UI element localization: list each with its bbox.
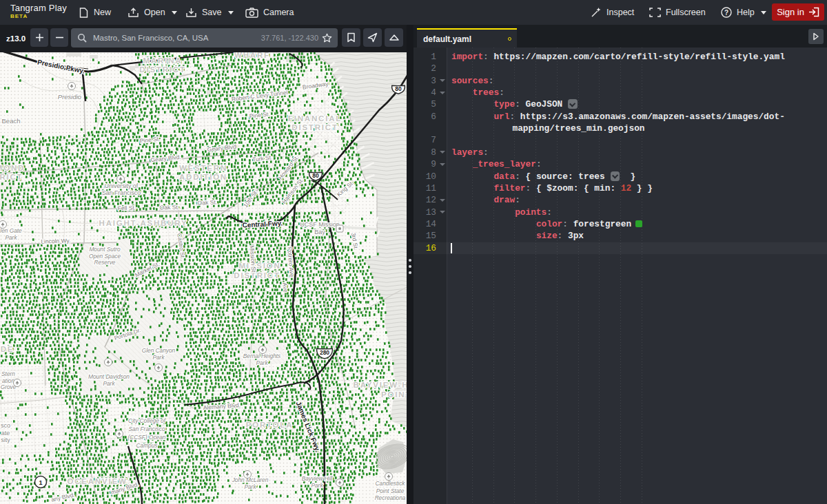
svg-text:Beach: Beach <box>2 117 21 125</box>
svg-text:Oak St.: Oak St. <box>160 204 180 211</box>
svg-text:Park: Park <box>152 354 165 361</box>
svg-text:Ave: Ave <box>281 282 289 293</box>
svg-text:IDE: IDE <box>0 345 14 353</box>
svg-text:MARINA: MARINA <box>143 56 183 65</box>
svg-text:MOND: MOND <box>0 164 25 172</box>
svg-text:DISTRICT: DISTRICT <box>292 123 338 132</box>
svg-text:San Francisco: San Francisco <box>128 426 165 432</box>
svg-text:WHARF: WHARF <box>234 52 270 59</box>
svg-text:Point State: Point State <box>376 487 405 494</box>
svg-text:Fell St.: Fell St. <box>118 204 136 212</box>
svg-text:City College of: City College of <box>128 417 167 424</box>
svg-text:ADDITION: ADDITION <box>179 173 227 181</box>
svg-text:Lincoln Wy.: Lincoln Wy. <box>41 237 71 245</box>
svg-text:sco: sco <box>1 422 10 429</box>
svg-text:Stern: Stern <box>1 370 15 377</box>
svg-text:WESTERN: WESTERN <box>179 164 227 172</box>
svg-text:UCSF Mission: UCSF Mission <box>300 221 340 228</box>
svg-text:BAYVIEW-HU: BAYVIEW-HU <box>354 381 407 389</box>
svg-text:HAIGHT-ASHBURY: HAIGHT-ASHBURY <box>99 219 188 227</box>
svg-text:sity: sity <box>1 437 10 443</box>
svg-text:Recreationa: Recreationa <box>375 494 406 501</box>
svg-text:PORTOLA: PORTOLA <box>246 421 294 429</box>
svg-text:San Francisco: San Francisco <box>102 189 141 196</box>
svg-text:Bay: Bay <box>314 229 325 235</box>
svg-text:Open Space: Open Space <box>89 253 121 260</box>
svg-text:OCEANVIEW: OCEANVIEW <box>67 477 127 485</box>
svg-text:Glen Canyon: Glen Canyon <box>142 347 176 354</box>
svg-text:(CCSF) Ocean: (CCSF) Ocean <box>128 434 166 441</box>
svg-text:Park: Park <box>5 234 17 241</box>
svg-text:Park: Park <box>103 380 115 387</box>
svg-text:MISSION: MISSION <box>238 262 280 270</box>
svg-text:Park: Park <box>256 359 268 366</box>
svg-text:ation: ation <box>2 377 14 384</box>
svg-text:FINANCIAL: FINANCIAL <box>288 114 342 123</box>
svg-text:Campus: Campus <box>136 442 158 449</box>
svg-text:ate: ate <box>1 430 10 437</box>
svg-text:Mount Davidson: Mount Davidson <box>88 373 130 380</box>
svg-text:Park: Park <box>311 482 323 489</box>
svg-text:Candlestick: Candlestick <box>376 480 406 487</box>
svg-text:80: 80 <box>395 85 402 92</box>
svg-text:1: 1 <box>39 479 42 486</box>
svg-text:Park: Park <box>244 483 256 490</box>
svg-text:POINT: POINT <box>381 390 407 399</box>
svg-text:Reserve: Reserve <box>94 259 116 266</box>
svg-text:Oak St.: Oak St. <box>197 198 217 206</box>
svg-text:280: 280 <box>320 349 329 356</box>
svg-text:DISTRICT: DISTRICT <box>234 271 280 280</box>
svg-text:Mount Sutro: Mount Sutro <box>89 246 121 253</box>
svg-text:DISTRICT: DISTRICT <box>139 65 185 74</box>
svg-text:Bayview Hill: Bayview Hill <box>302 475 334 482</box>
svg-text:University of: University of <box>105 182 139 189</box>
svg-text:Presidio: Presidio <box>58 93 81 101</box>
svg-text:TRICT: TRICT <box>0 173 23 181</box>
svg-text:?: ? <box>724 9 728 17</box>
svg-text:80: 80 <box>312 172 319 179</box>
